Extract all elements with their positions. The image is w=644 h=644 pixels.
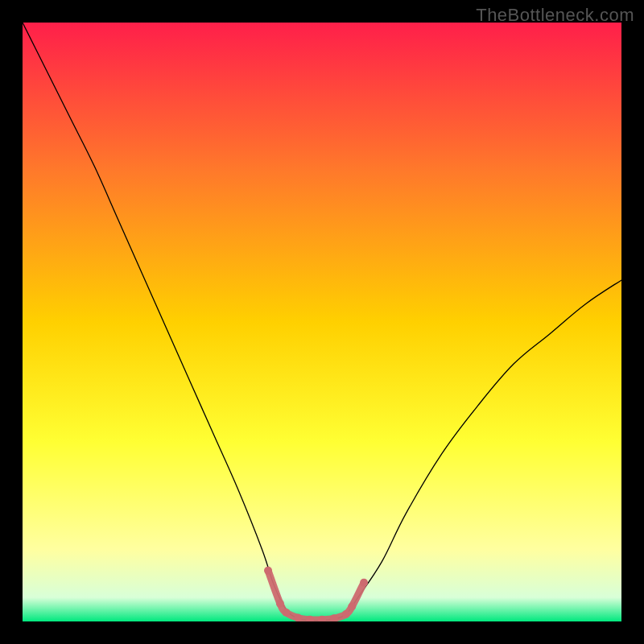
bottleneck-zone-dot [348,602,356,610]
bottleneck-zone-dot [342,610,350,618]
bottleneck-zone-dot [276,600,284,608]
bottleneck-zone-dot [360,579,368,587]
watermark-label: TheBottleneck.com [476,5,634,26]
bottleneck-zone-dot [282,609,290,617]
plot-area [23,23,621,621]
gradient-background [23,23,621,621]
bottleneck-zone-dot [264,567,272,575]
chart-frame: TheBottleneck.com [0,0,644,644]
plot-svg [23,23,621,621]
